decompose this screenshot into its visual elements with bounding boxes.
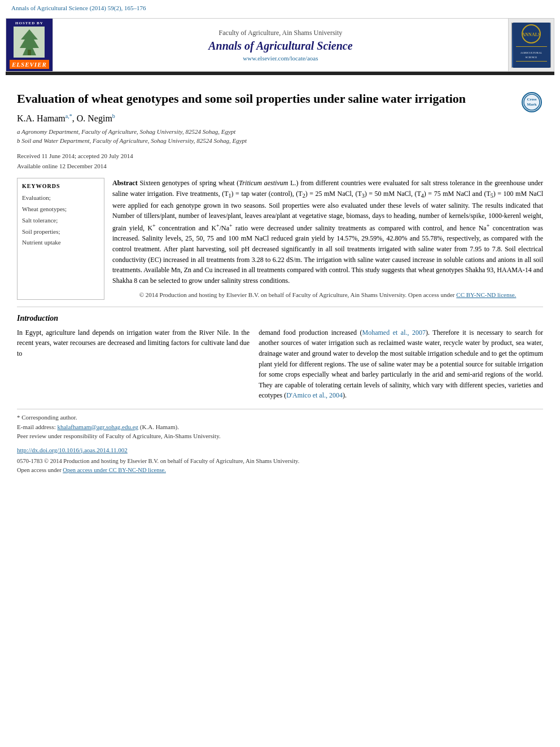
received-line: Received 11 June 2014; accepted 20 July … — [17, 151, 543, 161]
available-online: Available online 12 December 2014 — [17, 161, 543, 172]
email-link[interactable]: khalafhamam@agr.sohag.edu.eg — [57, 423, 138, 430]
keyword-4: Soil properties; — [22, 226, 99, 238]
introduction-section: Introduction In Egypt, agriculture land … — [17, 314, 543, 401]
abstract-text: Abstract Sixteen genotypes of spring whe… — [112, 178, 543, 286]
affiliation-a: a Agronomy Department, Faculty of Agricu… — [17, 127, 543, 137]
svg-text:AGRICULTURAL: AGRICULTURAL — [520, 51, 541, 54]
affiliation-b: b Soil and Water Department, Faculty of … — [17, 136, 543, 146]
journal-header-link[interactable]: Annals of Agricultural Science (2014) 59… — [6, 2, 554, 14]
open-access-line: Open access under — [17, 467, 63, 473]
keyword-3: Salt tolerance; — [22, 215, 99, 226]
copyright-block: © 2014 Production and hosting by Elsevie… — [112, 290, 543, 300]
keywords-title: KEYWORDS — [22, 183, 99, 189]
journal-banner: HOSTED BY ELSEVIER Faculty of Agricultur… — [6, 18, 554, 72]
author-2-sup: b — [112, 113, 115, 119]
university-name: Faculty of Agriculture, Ain Shams Univer… — [219, 29, 343, 37]
title-text: Evaluation of wheat genotypes and some s… — [17, 91, 466, 106]
intro-right-text: demand food production increased (Mohame… — [259, 327, 543, 401]
journal-cover-image: ANNALS AGRICULTURAL SCIENCE — [511, 23, 551, 68]
introduction-columns: In Egypt, agriculture land depends on ir… — [17, 327, 543, 401]
journal-cover-section: ANNALS AGRICULTURAL SCIENCE — [509, 19, 554, 71]
intro-left-text: In Egypt, agriculture land depends on ir… — [17, 327, 250, 359]
ref-mohamed-2007[interactable]: Mohamed et al., 2007 — [362, 329, 426, 337]
cc-license-link[interactable]: CC BY-NC-ND license. — [456, 291, 516, 298]
svg-rect-8 — [516, 61, 547, 62]
doi-link[interactable]: http://dx.doi.org/10.1016/j.aoas.2014.11… — [17, 447, 128, 453]
section-divider — [17, 307, 543, 307]
tree-image — [14, 27, 45, 58]
journal-url: www.elsevier.com/locate/aoas — [243, 55, 318, 62]
footnote-star: * Corresponding author. — [17, 414, 77, 421]
issn-line: 0570-1783 © 2014 Production and hosting … — [17, 458, 299, 464]
elsevier-logo: ELSEVIER — [10, 60, 49, 69]
keywords-sidebar: KEYWORDS Evaluation; Wheat genotypes; Sa… — [17, 178, 104, 300]
email-name: (K.A. Hamam). — [140, 423, 179, 430]
authors-line: K.A. Hamama,*, O. Negimb — [17, 113, 543, 124]
author-1-sup: a,* — [65, 113, 72, 119]
footnote-email: E-mail address: khalafhamam@agr.sohag.ed… — [17, 422, 543, 432]
doi-section: http://dx.doi.org/10.1016/j.aoas.2014.11… — [17, 445, 543, 455]
footnote-section: * Corresponding author. E-mail address: … — [17, 409, 543, 441]
keyword-1: Evaluation; — [22, 193, 99, 204]
introduction-col-left: In Egypt, agriculture land depends on ir… — [17, 327, 250, 401]
affiliations: a Agronomy Department, Faculty of Agricu… — [17, 127, 543, 146]
author-2-name: , O. Negim — [72, 113, 112, 123]
footnote-peer-review: Peer review under responsibility of Facu… — [17, 431, 543, 441]
introduction-col-right: demand food production increased (Mohame… — [259, 327, 543, 401]
article-content: Evaluation of wheat genotypes and some s… — [0, 75, 560, 487]
crossmark-icon: Cross Mark — [522, 92, 542, 112]
main-body: KEYWORDS Evaluation; Wheat genotypes; Sa… — [17, 178, 543, 300]
bottom-cc-link[interactable]: Open access under CC BY-NC-ND license. — [63, 467, 166, 473]
keyword-5: Nutrient uptake — [22, 237, 99, 248]
abstract-section: Abstract Sixteen genotypes of spring whe… — [112, 178, 543, 300]
svg-marker-1 — [20, 29, 39, 55]
article-title: Evaluation of wheat genotypes and some s… — [17, 91, 543, 107]
footnote-corresponding: * Corresponding author. — [17, 413, 543, 422]
hosted-by-label: HOSTED BY — [15, 21, 43, 25]
keywords-list: Evaluation; Wheat genotypes; Salt tolera… — [22, 193, 99, 248]
svg-text:Cross: Cross — [527, 97, 537, 102]
abstract-label: Abstract — [112, 179, 138, 187]
crossmark-badge[interactable]: Cross Mark — [520, 91, 543, 113]
svg-text:SCIENCE: SCIENCE — [525, 56, 537, 59]
author-1-name: K.A. Hamam — [17, 113, 65, 123]
email-label: E-mail address: — [17, 423, 56, 430]
svg-rect-5 — [516, 46, 547, 47]
abstract-body: Sixteen genotypes of spring wheat (Triti… — [112, 179, 543, 285]
introduction-title: Introduction — [17, 314, 543, 323]
svg-text:ANNALS: ANNALS — [522, 32, 540, 37]
received-dates: Received 11 June 2014; accepted 20 July … — [17, 151, 543, 171]
journal-name: Annals of Agricultural Science — [208, 40, 352, 53]
hosted-by-section: HOSTED BY ELSEVIER — [6, 19, 53, 71]
banner-center: Faculty of Agriculture, Ain Shams Univer… — [53, 19, 509, 71]
svg-text:Mark: Mark — [527, 102, 536, 107]
keyword-2: Wheat genotypes; — [22, 204, 99, 215]
ref-damico-2004[interactable]: D'Amico et al., 2004 — [286, 391, 343, 399]
bottom-info: 0570-1783 © 2014 Production and hosting … — [17, 457, 543, 476]
